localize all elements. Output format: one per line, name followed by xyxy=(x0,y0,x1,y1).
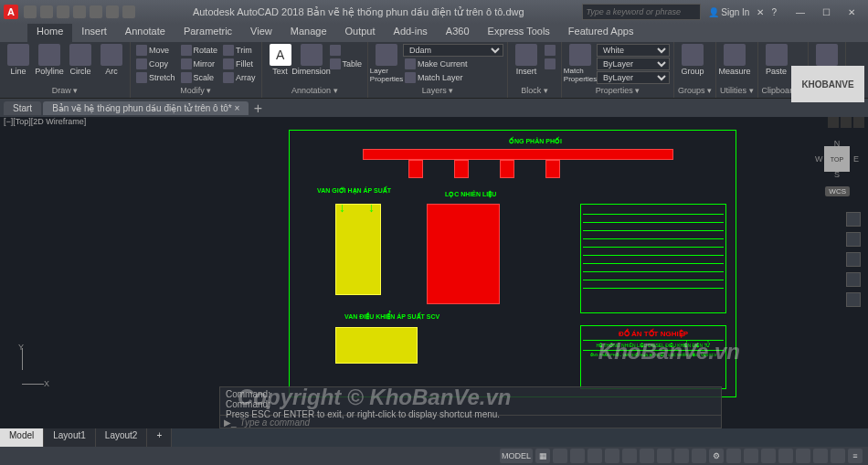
maximize-button[interactable]: ☐ xyxy=(813,3,839,21)
sb-model[interactable]: MODEL xyxy=(500,449,533,463)
plot-icon[interactable] xyxy=(90,5,102,18)
color-combo[interactable]: White xyxy=(597,44,670,57)
vp-close-icon[interactable] xyxy=(853,117,864,128)
array-button[interactable]: Array xyxy=(221,71,258,84)
layer-props-button[interactable]: Layer Properties xyxy=(372,44,401,83)
compass-e[interactable]: E xyxy=(853,154,859,164)
viewport-label[interactable]: [−][Top][2D Wireframe] xyxy=(4,117,86,130)
copy-button[interactable]: Copy xyxy=(134,58,177,70)
panel-draw-label[interactable]: Draw ▾ xyxy=(4,85,126,96)
close-tab-icon[interactable]: × xyxy=(234,103,239,113)
tab-layout1[interactable]: Layout1 xyxy=(44,428,96,447)
tab-layout2[interactable]: Layout2 xyxy=(96,428,148,447)
command-window[interactable]: Command: Command: Press ESC or ENTER to … xyxy=(219,386,722,428)
tab-current-file[interactable]: Bản vẽ hệ thống phun dầu điện tử trên ô … xyxy=(43,101,249,115)
zoom-icon[interactable] xyxy=(846,252,861,267)
group-button[interactable]: Group xyxy=(678,44,707,76)
add-layout-button[interactable]: + xyxy=(147,428,172,447)
saveas-icon[interactable] xyxy=(73,5,86,18)
sb-units-icon[interactable] xyxy=(744,449,758,463)
compass-w[interactable]: W xyxy=(815,154,823,164)
panel-modify-label[interactable]: Modify ▾ xyxy=(134,85,258,96)
command-input[interactable] xyxy=(240,417,717,428)
sb-snap-icon[interactable] xyxy=(553,449,567,463)
cube-top-face[interactable]: TOP xyxy=(824,146,850,172)
sb-customize-icon[interactable]: ≡ xyxy=(848,449,863,463)
add-tab-button[interactable]: + xyxy=(250,100,265,115)
stretch-button[interactable]: Stretch xyxy=(134,71,177,84)
panel-utilities-label[interactable]: Utilities ▾ xyxy=(720,85,754,96)
sb-grid-icon[interactable]: ▦ xyxy=(535,449,550,463)
tab-a360[interactable]: A360 xyxy=(437,24,479,42)
autocad-logo[interactable]: A xyxy=(4,5,18,19)
nav-wheel-icon[interactable] xyxy=(846,212,861,227)
tab-featured[interactable]: Featured Apps xyxy=(559,24,643,42)
create-block-button[interactable] xyxy=(543,44,557,57)
pan-icon[interactable] xyxy=(846,232,861,247)
panel-groups-label[interactable]: Groups ▾ xyxy=(678,85,712,96)
panel-properties-label[interactable]: Properties ▾ xyxy=(566,85,670,96)
table-button[interactable]: Table xyxy=(328,58,365,70)
tab-start[interactable]: Start xyxy=(4,101,41,115)
tab-parametric[interactable]: Parametric xyxy=(175,24,241,42)
sb-annoscale-icon[interactable] xyxy=(692,449,706,463)
layer-combo[interactable]: Ddam xyxy=(403,44,503,57)
trim-button[interactable]: Trim xyxy=(221,44,258,57)
compass-n[interactable]: N xyxy=(834,139,841,148)
tab-home[interactable]: Home xyxy=(27,24,72,42)
ucs-icon[interactable]: Y X xyxy=(11,348,48,385)
drawing-viewport[interactable]: ỐNG PHÂN PHỐI VAN GIỚI HẠN ÁP SUẤT ↓ ↓ L… xyxy=(0,130,868,428)
sb-osnap-icon[interactable] xyxy=(605,449,619,463)
close-button[interactable]: ✕ xyxy=(839,3,864,21)
tab-express[interactable]: Express Tools xyxy=(479,24,559,42)
polyline-button[interactable]: Polyline xyxy=(35,44,64,76)
sb-hardware-icon[interactable] xyxy=(813,449,828,463)
move-button[interactable]: Move xyxy=(134,44,177,57)
new-icon[interactable] xyxy=(24,5,37,18)
scale-button[interactable]: Scale xyxy=(179,71,220,84)
make-current-button[interactable]: Make Current xyxy=(403,58,503,70)
tab-addins[interactable]: Add-ins xyxy=(385,24,437,42)
orbit-icon[interactable] xyxy=(846,272,861,287)
lineweight-combo[interactable]: ByLayer xyxy=(597,71,670,84)
tab-insert[interactable]: Insert xyxy=(72,24,116,42)
sb-otrack-icon[interactable] xyxy=(622,449,637,463)
view-cube[interactable]: N S E W TOP xyxy=(819,141,855,177)
rotate-button[interactable]: Rotate xyxy=(179,44,220,57)
match-props-button[interactable]: Match Properties xyxy=(566,44,595,83)
tab-output[interactable]: Output xyxy=(336,24,385,42)
wcs-badge[interactable]: WCS xyxy=(825,186,850,196)
panel-layers-label[interactable]: Layers ▾ xyxy=(372,85,503,96)
sb-cleanscreen-icon[interactable] xyxy=(831,449,845,463)
line-button[interactable]: Line xyxy=(4,44,33,76)
edit-block-button[interactable] xyxy=(543,58,557,70)
sb-cycling-icon[interactable] xyxy=(674,449,689,463)
search-input[interactable] xyxy=(582,4,701,20)
open-icon[interactable] xyxy=(40,5,53,18)
sign-in-link[interactable]: 👤 Sign In xyxy=(708,7,750,17)
showmotion-icon[interactable] xyxy=(846,292,861,307)
sb-ortho-icon[interactable] xyxy=(570,449,585,463)
sb-polar-icon[interactable] xyxy=(587,449,602,463)
tab-manage[interactable]: Manage xyxy=(281,24,336,42)
tab-annotate[interactable]: Annotate xyxy=(116,24,175,42)
sb-lineweight-icon[interactable] xyxy=(640,449,654,463)
panel-annotation-label[interactable]: Annotation ▾ xyxy=(266,85,365,96)
tab-view[interactable]: View xyxy=(241,24,281,42)
mirror-button[interactable]: Mirror xyxy=(179,58,220,70)
paste-button[interactable]: Paste xyxy=(762,44,791,76)
exchange-icon[interactable]: ✕ xyxy=(757,7,764,17)
circle-button[interactable]: Circle xyxy=(66,44,95,76)
redo-icon[interactable] xyxy=(122,5,135,18)
linetype-combo[interactable]: ByLayer xyxy=(597,58,670,70)
sb-isolate-icon[interactable] xyxy=(796,449,810,463)
insert-button[interactable]: Insert xyxy=(512,44,541,76)
sb-transparency-icon[interactable] xyxy=(657,449,672,463)
save-icon[interactable] xyxy=(57,5,69,18)
tab-model[interactable]: Model xyxy=(0,428,44,447)
compass-s[interactable]: S xyxy=(834,170,840,179)
text-button[interactable]: AText xyxy=(266,44,295,76)
minimize-button[interactable]: — xyxy=(788,3,813,21)
help-icon[interactable]: ? xyxy=(771,7,777,17)
sb-workspace-icon[interactable]: ⚙ xyxy=(709,449,724,463)
